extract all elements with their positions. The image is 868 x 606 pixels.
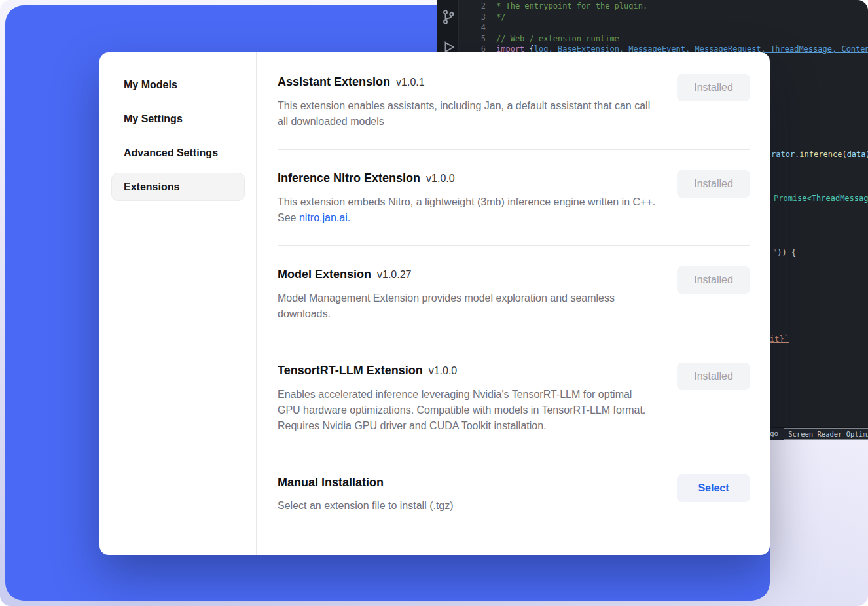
nitro-jan-ai-link[interactable]: nitro.jan.ai. — [299, 212, 350, 223]
installed-button[interactable]: Installed — [677, 266, 750, 294]
code-fragment: ")) { — [772, 248, 796, 257]
line-number: 5 — [471, 34, 486, 43]
code-line: // Web / extension runtime — [496, 34, 619, 43]
code-fragment: it}` — [770, 334, 789, 344]
line-number: 2 — [471, 1, 486, 10]
extension-row-nitro: Inference Nitro Extensionv1.0.0 This ext… — [278, 150, 750, 246]
select-file-button[interactable]: Select — [677, 474, 750, 502]
extension-version: v1.0.0 — [429, 365, 458, 376]
extension-title: TensortRT-LLM Extensionv1.0.0 — [278, 363, 656, 379]
extension-title: Model Extensionv1.0.27 — [278, 266, 656, 283]
sidebar-item-advanced-settings[interactable]: Advanced Settings — [111, 139, 245, 167]
extension-description: Enables accelerated inference leveraging… — [278, 387, 656, 434]
sidebar-item-extensions[interactable]: Extensions — [111, 173, 245, 201]
screen-reader-chip[interactable]: Screen Reader Optimize — [784, 428, 868, 440]
line-number: 3 — [471, 12, 486, 22]
settings-sidebar: My Models My Settings Advanced Settings … — [99, 52, 257, 555]
code-fragment: rator.inference(data)); — [771, 150, 868, 159]
extensions-list: Assistant Extensionv1.0.1 This extension… — [257, 52, 770, 555]
extension-description: This extension enables assistants, inclu… — [278, 98, 656, 130]
extension-row-manual-install: Manual Installation Select an extension … — [278, 454, 750, 533]
code-fragment: Promise<ThreadMessage> — [774, 194, 868, 203]
extension-description: Model Management Extension provides mode… — [278, 291, 656, 322]
installed-button[interactable]: Installed — [677, 74, 750, 101]
status-text: go — [770, 429, 778, 438]
extension-description: Select an extension file to install (.tg… — [278, 498, 454, 514]
sidebar-item-my-settings[interactable]: My Settings — [111, 105, 245, 133]
line-number: 4 — [471, 23, 486, 32]
installed-button[interactable]: Installed — [677, 363, 750, 390]
extension-version: v1.0.0 — [426, 173, 455, 184]
extension-title: Manual Installation — [278, 474, 454, 490]
source-control-icon[interactable] — [441, 9, 456, 25]
extension-version: v1.0.27 — [377, 269, 411, 280]
installed-button[interactable]: Installed — [677, 170, 750, 198]
settings-modal: My Models My Settings Advanced Settings … — [99, 52, 770, 555]
code-line: * The entrypoint for the plugin. — [496, 1, 647, 10]
extension-title: Assistant Extensionv1.0.1 — [278, 74, 656, 90]
extension-description: This extension embeds Nitro, a lightweig… — [278, 194, 656, 226]
extension-title: Inference Nitro Extensionv1.0.0 — [278, 170, 656, 187]
code-line: */ — [496, 12, 505, 22]
extension-version: v1.0.1 — [396, 77, 425, 88]
screenshot-root: 2 3 4 5 6 * The entrypoint for the plugi… — [0, 0, 868, 606]
extension-row-tensorrt: TensortRT-LLM Extensionv1.0.0 Enables ac… — [278, 342, 750, 454]
extension-row-model: Model Extensionv1.0.27 Model Management … — [278, 246, 750, 342]
extension-row-assistant: Assistant Extensionv1.0.1 This extension… — [278, 54, 750, 150]
sidebar-item-my-models[interactable]: My Models — [111, 71, 245, 99]
